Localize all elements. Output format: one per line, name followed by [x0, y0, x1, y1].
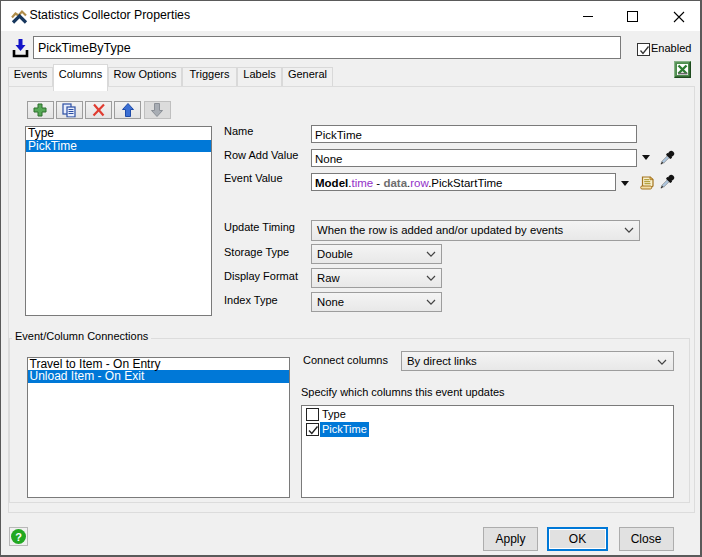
svg-text:?: ? [15, 531, 22, 543]
